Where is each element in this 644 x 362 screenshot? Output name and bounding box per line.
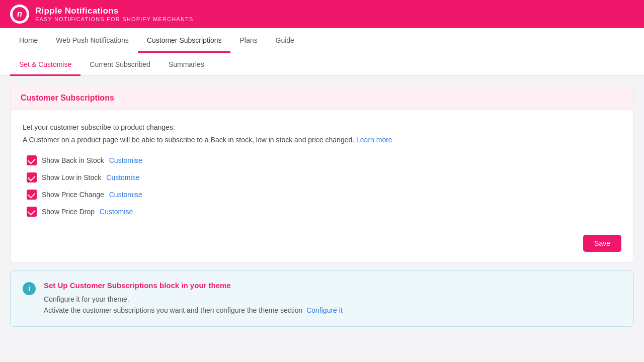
customer-subscriptions-card: Customer Subscriptions Let your customer… bbox=[10, 86, 634, 262]
customise-price-drop-link[interactable]: Customise bbox=[100, 208, 133, 216]
app-header: n Ripple Notifications EASY NOTIFICATION… bbox=[0, 0, 644, 28]
app-title: Ripple Notifications bbox=[35, 6, 193, 16]
description-line1: Let your customer subscribe to product c… bbox=[23, 122, 621, 133]
description-line2: A Customer on a product page will be abl… bbox=[23, 135, 621, 145]
nav-item-guide[interactable]: Guide bbox=[267, 28, 303, 53]
checkbox-low-in-stock-label: Show Low in Stock bbox=[42, 173, 101, 182]
card-title: Customer Subscriptions bbox=[11, 86, 633, 110]
checkbox-back-in-stock-label: Show Back in Stock bbox=[42, 156, 104, 164]
checkbox-price-drop-box[interactable] bbox=[27, 207, 37, 217]
card-description: Let your customer subscribe to product c… bbox=[23, 122, 621, 145]
checkbox-price-drop-label: Show Price Drop bbox=[42, 208, 95, 216]
checkbox-price-change-label: Show Price Change bbox=[42, 191, 104, 199]
info-icon: i bbox=[23, 282, 36, 295]
header-text: Ripple Notifications EASY NOTIFICATIONS … bbox=[35, 6, 193, 22]
nav-item-web-push[interactable]: Web Push Notifications bbox=[47, 28, 137, 53]
checkbox-price-drop: Show Price Drop Customise bbox=[27, 207, 621, 217]
checkbox-low-in-stock-box[interactable] bbox=[27, 172, 37, 183]
tab-summaries[interactable]: Summaries bbox=[159, 53, 213, 76]
info-text: Configure it for your theme. Activate th… bbox=[44, 294, 343, 316]
checkbox-back-in-stock: Show Back in Stock Customise bbox=[27, 155, 621, 165]
info-title: Set Up Customer Subscriptions block in y… bbox=[44, 281, 343, 290]
main-nav: Home Web Push Notifications Customer Sub… bbox=[0, 28, 644, 53]
main-content: Customer Subscriptions Let your customer… bbox=[0, 76, 644, 337]
configure-it-link[interactable]: Configure it bbox=[306, 306, 343, 314]
card-body: Let your customer subscribe to product c… bbox=[11, 110, 633, 229]
checkbox-price-change: Show Price Change Customise bbox=[27, 190, 621, 200]
info-block: i Set Up Customer Subscriptions block in… bbox=[10, 270, 634, 327]
customise-low-in-stock-link[interactable]: Customise bbox=[106, 173, 139, 182]
app-subtitle: EASY NOTIFICATIONS FOR SHOPIFY MERCHANTS bbox=[35, 16, 193, 22]
nav-item-customer-subscriptions[interactable]: Customer Subscriptions bbox=[138, 28, 231, 53]
customise-back-in-stock-link[interactable]: Customise bbox=[109, 156, 142, 164]
learn-more-link[interactable]: Learn more bbox=[356, 136, 392, 144]
logo-letter: n bbox=[13, 7, 27, 21]
tab-current-subscribed[interactable]: Current Subscribed bbox=[80, 53, 159, 76]
tab-set-customise[interactable]: Set & Customise bbox=[10, 53, 80, 76]
checkbox-price-change-box[interactable] bbox=[27, 190, 37, 200]
nav-item-home[interactable]: Home bbox=[10, 28, 47, 53]
info-content: Set Up Customer Subscriptions block in y… bbox=[44, 281, 343, 316]
sub-tabs: Set & Customise Current Subscribed Summa… bbox=[0, 53, 644, 76]
app-logo: n bbox=[10, 5, 29, 24]
nav-item-plans[interactable]: Plans bbox=[230, 28, 266, 53]
checkbox-back-in-stock-box[interactable] bbox=[27, 155, 37, 165]
customise-price-change-link[interactable]: Customise bbox=[109, 191, 142, 199]
save-button[interactable]: Save bbox=[583, 235, 621, 252]
checkbox-list: Show Back in Stock Customise Show Low in… bbox=[27, 155, 621, 217]
save-row: Save bbox=[11, 229, 633, 262]
checkbox-low-in-stock: Show Low in Stock Customise bbox=[27, 172, 621, 183]
